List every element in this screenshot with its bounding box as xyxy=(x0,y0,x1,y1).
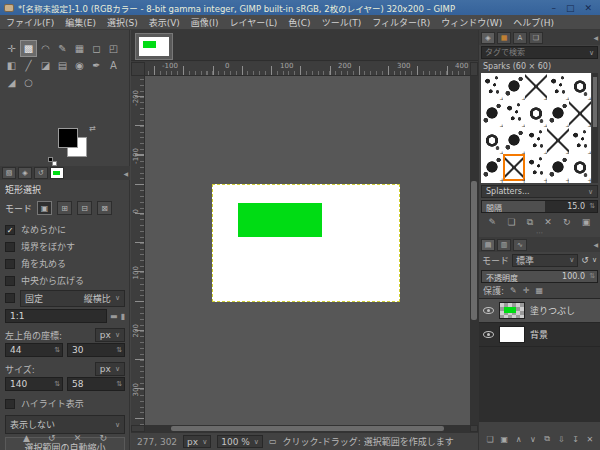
tab-image-thumbnail[interactable] xyxy=(50,167,64,179)
vertical-ruler[interactable]: -200 -100 0 100 200 300 xyxy=(131,76,145,425)
menu-select[interactable]: 選択(S) xyxy=(107,16,138,29)
layer-name[interactable]: 背景 xyxy=(530,328,548,341)
spinner-arrows-icon[interactable]: ⇅ xyxy=(54,346,60,354)
spinner-arrows-icon[interactable]: ⇅ xyxy=(116,346,122,354)
delete-preset-icon[interactable]: ✕ xyxy=(74,433,82,443)
mode-add-button[interactable]: ⊞ xyxy=(57,201,72,215)
dock-menu-icon[interactable]: ◀ xyxy=(593,241,598,248)
lower-layer-icon[interactable]: ∨ xyxy=(527,435,539,444)
foreground-color-swatch[interactable] xyxy=(58,128,78,148)
chevron-down-icon[interactable]: ∨ xyxy=(592,256,597,264)
spinner-arrows-icon[interactable]: ⇅ xyxy=(589,202,595,210)
paintbrush-tool-icon[interactable]: ╱ xyxy=(20,57,37,74)
mode-reset-icon[interactable]: ↺ xyxy=(581,255,589,265)
delete-layer-icon[interactable]: ✕ xyxy=(584,435,596,444)
move-tool-icon[interactable]: ✛ xyxy=(3,40,20,57)
aspect-ratio-field[interactable]: 1:1 xyxy=(5,309,107,323)
menu-view[interactable]: 表示(V) xyxy=(149,16,180,29)
antialias-checkbox[interactable] xyxy=(5,225,15,235)
brush-thumbnail[interactable] xyxy=(569,154,591,181)
new-layer-group-icon[interactable]: ▣ xyxy=(498,435,510,444)
menu-help[interactable]: ヘルプ(H) xyxy=(513,16,554,29)
menu-file[interactable]: ファイル(F) xyxy=(6,16,54,29)
refresh-brushes-icon[interactable]: ↻ xyxy=(563,217,571,227)
ink-tool-icon[interactable]: ✒ xyxy=(88,57,105,74)
lock-alpha-icon[interactable]: ▦ xyxy=(535,286,543,295)
expand-center-row[interactable]: 中央から広げる xyxy=(3,272,127,289)
dock-menu-icon[interactable]: ◀ xyxy=(123,170,128,177)
free-select-tool-icon[interactable]: ◠ xyxy=(37,40,54,57)
fg-bg-color-widget[interactable]: ⇄ xyxy=(52,126,92,164)
brush-thumbnail[interactable] xyxy=(481,73,503,100)
brush-thumbnail[interactable] xyxy=(481,100,503,127)
bucket-fill-tool-icon[interactable]: ◧ xyxy=(3,57,20,74)
horizontal-ruler[interactable]: -100 0 100 200 300 400 xyxy=(145,62,470,76)
text-tool-icon[interactable]: A xyxy=(105,57,122,74)
size-width-spinner[interactable]: 140⇅ xyxy=(5,377,63,391)
feather-checkbox[interactable] xyxy=(5,242,15,252)
fixed-checkbox[interactable] xyxy=(5,293,15,303)
restore-preset-icon[interactable]: ↺ xyxy=(48,433,56,443)
lock-position-icon[interactable]: ✛ xyxy=(523,286,530,295)
tab-undo-history[interactable]: ↺ xyxy=(34,167,48,179)
layer-name[interactable]: 塗りつぶし xyxy=(530,304,575,317)
brush-thumbnail[interactable] xyxy=(503,127,525,154)
tab-paths[interactable]: ∿ xyxy=(513,239,527,251)
color-picker-tool-icon[interactable]: ◢ xyxy=(3,74,20,91)
maximize-button[interactable]: □ xyxy=(566,3,575,13)
save-preset-icon[interactable]: ▲ xyxy=(23,433,30,443)
layer-mode-combo[interactable]: 標準 ∨ xyxy=(512,254,578,267)
menu-tools[interactable]: ツール(T) xyxy=(322,16,362,29)
default-colors-icon[interactable] xyxy=(48,157,57,166)
menu-colors[interactable]: 色(C) xyxy=(288,16,310,29)
position-y-spinner[interactable]: 30⇅ xyxy=(67,343,125,357)
mode-replace-button[interactable]: ▣ xyxy=(37,201,52,215)
tab-tool-options[interactable]: ▧ xyxy=(2,167,16,179)
quick-mask-toggle[interactable] xyxy=(131,425,145,432)
rectangle-select-tool-icon[interactable]: ▩ xyxy=(20,40,37,57)
merge-down-icon[interactable]: ⇩ xyxy=(555,435,567,444)
duplicate-layer-icon[interactable]: ⧉ xyxy=(541,434,553,444)
menu-filters[interactable]: フィルター(R) xyxy=(372,16,430,29)
brush-thumbnail[interactable] xyxy=(481,154,503,181)
tab-layers[interactable]: ▤ xyxy=(481,239,495,251)
anchor-layer-icon[interactable]: ↧ xyxy=(570,435,582,444)
antialias-row[interactable]: なめらかに xyxy=(3,221,127,238)
brush-thumbnail[interactable] xyxy=(503,100,525,127)
layer-row-background[interactable]: 背景 xyxy=(479,323,600,347)
selected-brush-combo[interactable]: Splatters... ∨ xyxy=(481,185,598,198)
rounded-row[interactable]: 角を丸める xyxy=(3,255,127,272)
highlight-checkbox[interactable] xyxy=(5,399,15,409)
new-brush-icon[interactable]: ❏ xyxy=(507,217,515,227)
duplicate-brush-icon[interactable]: ⧉ xyxy=(527,217,533,228)
handle-transform-tool-icon[interactable]: ◰ xyxy=(105,40,122,57)
size-height-spinner[interactable]: 58⇅ xyxy=(67,377,125,391)
tab-brushes[interactable]: ◈ xyxy=(481,32,495,44)
size-unit-combo[interactable]: px ∨ xyxy=(95,362,125,376)
zoom-tool-icon[interactable]: ○ xyxy=(20,74,37,91)
paths-tool-icon[interactable]: ✎ xyxy=(54,40,71,57)
brush-thumbnail[interactable] xyxy=(481,127,503,154)
position-unit-combo[interactable]: px ∨ xyxy=(95,328,125,342)
menu-image[interactable]: 画像(I) xyxy=(191,16,219,29)
tab-document-history[interactable]: ❏ xyxy=(529,32,543,44)
brush-thumbnail-selected[interactable] xyxy=(503,154,525,181)
zoom-fit-toggle[interactable] xyxy=(470,62,478,76)
spinner-arrows-icon[interactable]: ⇅ xyxy=(589,272,595,280)
clone-tool-icon[interactable]: ▤ xyxy=(54,57,71,74)
portrait-icon[interactable]: ▮ xyxy=(121,312,125,321)
lock-pixels-icon[interactable]: ✎ xyxy=(510,286,517,295)
close-button[interactable]: ✕ xyxy=(584,3,592,13)
eraser-tool-icon[interactable]: ◪ xyxy=(37,57,54,74)
tab-fonts[interactable]: A xyxy=(513,32,527,44)
smudge-tool-icon[interactable]: ◉ xyxy=(71,57,88,74)
delete-brush-icon[interactable]: ✕ xyxy=(544,217,552,227)
unit-combo[interactable]: px ∨ xyxy=(183,435,211,448)
brush-spacing-slider[interactable]: 間隔 15.0 ⇅ xyxy=(481,200,598,213)
menu-edit[interactable]: 編集(E) xyxy=(65,16,96,29)
brush-thumbnail[interactable] xyxy=(569,73,591,100)
fixed-combo[interactable]: 固定 縦横比 ∨ xyxy=(20,290,125,307)
brush-thumbnail[interactable] xyxy=(503,73,525,100)
swap-colors-icon[interactable]: ⇄ xyxy=(89,124,96,133)
raise-layer-icon[interactable]: ∧ xyxy=(513,435,525,444)
